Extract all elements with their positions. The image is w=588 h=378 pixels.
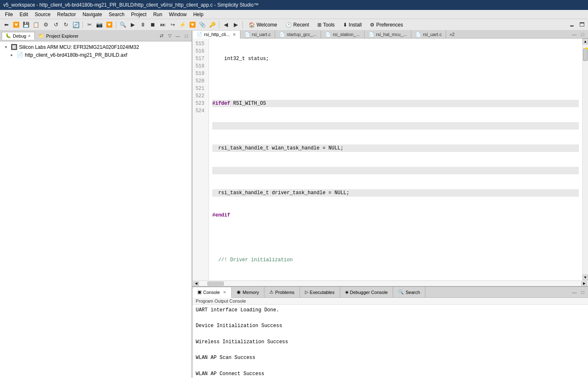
separator-1 (82, 21, 83, 29)
editor-tab-2[interactable]: 📄 startup_gcc_... (275, 31, 321, 38)
console-tab-debugger[interactable]: ◈ Debugger Console (340, 287, 394, 297)
toolbar-btn-13[interactable]: ⏹ (148, 20, 157, 29)
toolbar-btn-20[interactable]: ◀ (221, 20, 230, 29)
vscroll-track (583, 44, 588, 274)
toolbar-btn-refresh[interactable]: 🔄 (71, 20, 80, 29)
console-line (196, 362, 585, 370)
separator-3 (219, 21, 219, 29)
toolbar-btn-10[interactable]: 🔍 (118, 20, 127, 29)
menu-help[interactable]: Help (190, 11, 207, 18)
console-tab-search[interactable]: 🔍 Search (393, 287, 425, 297)
editor-tab-maximize[interactable]: □ (579, 31, 586, 38)
menu-run[interactable]: Run (150, 11, 166, 18)
sidebar-tab-debug[interactable]: 🐛 Debug ✕ (2, 32, 35, 40)
hscroll-thumb[interactable] (207, 282, 224, 286)
editor-tab-minimize[interactable]: — (571, 31, 578, 38)
console-output[interactable]: UART interface Loading Done. Device Init… (192, 305, 588, 378)
editor-hscroll[interactable]: ◀ ▶ (192, 280, 588, 286)
menu-edit[interactable]: Edit (16, 11, 31, 18)
toolbar-install[interactable]: ⬇ Install (339, 21, 365, 29)
toolbar-btn-11[interactable]: ▶ (128, 20, 137, 29)
editor-tab-4[interactable]: 📄 rsi_hal_mcu_... (365, 31, 412, 38)
vscroll-down[interactable]: ▼ (583, 274, 588, 280)
toolbar-btn-21[interactable]: ▶ (231, 20, 240, 29)
code-content[interactable]: int32_t status; #ifdef RSI_WITH_OS rsi_t… (209, 39, 582, 280)
toolbar-tools[interactable]: ⊞ Tools (314, 21, 338, 29)
toolbar-btn-4[interactable]: ⚙ (41, 20, 50, 29)
marker-yellow (586, 48, 588, 49)
sidebar-action-2[interactable]: ▽ (166, 32, 173, 40)
debugger-icon: ◈ (345, 289, 348, 295)
toolbar-btn-2[interactable]: 🔽 (12, 20, 21, 29)
toolbar-btn-3[interactable]: 📋 (31, 20, 41, 29)
console-line: UART interface Loading Done. (196, 306, 585, 314)
editor-tab-3[interactable]: 📄 rsi_station_... (321, 31, 364, 38)
sidebar-action-minimize[interactable]: — (174, 32, 182, 40)
toolbar-btn-15[interactable]: ↪ (168, 20, 177, 29)
toolbar-btn-9[interactable]: 🔽 (105, 20, 114, 29)
console-tab-problems[interactable]: ⚠ Problems (264, 287, 300, 297)
toolbar-btn-16[interactable]: ⚡ (178, 20, 187, 29)
code-line-520 (212, 167, 579, 174)
hscroll-right[interactable]: ▶ (581, 282, 587, 286)
debug-tab-close[interactable]: ✕ (28, 34, 31, 38)
menu-navigate[interactable]: Navigate (79, 11, 105, 18)
sidebar-tab-project-explorer[interactable]: 📁 Project Explorer (35, 32, 82, 40)
editor-tab-1[interactable]: 📄 rsi_uart.c (240, 31, 275, 38)
console-maximize[interactable]: □ (579, 289, 586, 296)
toolbar-btn-14[interactable]: ⏭ (158, 20, 167, 29)
toolbar-btn-save[interactable]: 💾 (22, 20, 31, 29)
menu-search[interactable]: Search (106, 11, 128, 18)
line-523: 523 (192, 100, 207, 107)
vscroll-up[interactable]: ▲ (583, 39, 588, 44)
editor-tab-0[interactable]: 📄 rsi_http_cli... ✕ (192, 31, 240, 39)
toolbar-btn-19[interactable]: 🔑 (208, 20, 217, 29)
toolbar-btn-18[interactable]: 📎 (198, 20, 207, 29)
console-tab-executables[interactable]: ▷ Executables (300, 287, 340, 297)
toolbar-btn-1[interactable]: ⬅ (2, 20, 11, 29)
separator-4 (242, 21, 243, 29)
tree-item-axf[interactable]: ▸ 📄 http_client_v6-brd4180b-mg21_PR_BUIL… (0, 51, 192, 59)
title-text: v5_workspace - http_client_v6-brd4180b-m… (3, 2, 259, 8)
sidebar-action-1[interactable]: ⇄ (158, 32, 165, 40)
menu-refactor[interactable]: Refactor (54, 11, 79, 18)
toolbar-btn-8[interactable]: 📷 (95, 20, 104, 29)
tree-arrow-device[interactable]: ▾ (5, 45, 11, 49)
code-line-519: rsi_task_handle_t wlan_task_handle = NUL… (212, 144, 579, 152)
tree-arrow-axf[interactable]: ▸ (11, 53, 17, 57)
tree-item-device[interactable]: ▾ 🔲 Silicon Labs ARM MCU: EFR32MG21A020F… (0, 43, 192, 51)
toolbar-btn-17[interactable]: 🔽 (188, 20, 197, 29)
menu-window[interactable]: Window (166, 11, 190, 18)
editor-panel: 515 516 517 518 519 520 521 522 523 524 … (192, 39, 588, 287)
code-line-515: int32_t status; (212, 55, 579, 63)
editor-tab-5[interactable]: 📄 rsi_uart.c (411, 31, 446, 38)
memory-icon: ◉ (237, 289, 241, 295)
toolbar-btn-5[interactable]: ↺ (51, 20, 60, 29)
console-tab-console[interactable]: ▣ Console ✕ (192, 287, 232, 298)
hscroll-left[interactable]: ◀ (193, 282, 199, 286)
tab-more-button[interactable]: »2 (446, 31, 458, 38)
toolbar-btn-12[interactable]: ⏸ (138, 20, 147, 29)
menu-source[interactable]: Source (31, 11, 54, 18)
debug-icon: 🐛 (5, 33, 11, 39)
file-icon-3: 📄 (325, 32, 331, 37)
toolbar-btn-6[interactable]: ↻ (61, 20, 70, 29)
executables-icon: ▷ (305, 289, 308, 295)
menu-project[interactable]: Project (128, 11, 150, 18)
toolbar-welcome[interactable]: 🏠 Welcome (245, 21, 281, 29)
console-tab-close[interactable]: ✕ (223, 290, 226, 294)
tab-close-0[interactable]: ✕ (233, 32, 236, 37)
console-line: WLAN AP Scan Success (196, 354, 585, 362)
toolbar-minimize[interactable]: 🗕 (567, 20, 576, 29)
code-editor[interactable]: 515 516 517 518 519 520 521 522 523 524 … (192, 39, 582, 280)
sidebar-action-maximize[interactable]: □ (182, 32, 190, 40)
toolbar-recent[interactable]: 🕐 Recent (282, 21, 313, 29)
toolbar-maximize[interactable]: 🗖 (577, 20, 586, 29)
toolbar-btn-7[interactable]: ✂ (85, 20, 94, 29)
vscroll-thumb[interactable] (583, 48, 588, 61)
file-icon-2: 📄 (279, 32, 285, 37)
toolbar-preferences[interactable]: ⚙ Preferences (366, 21, 407, 29)
console-tab-memory[interactable]: ◉ Memory (232, 287, 264, 297)
console-minimize[interactable]: — (571, 289, 578, 296)
menu-file[interactable]: File (2, 11, 16, 18)
